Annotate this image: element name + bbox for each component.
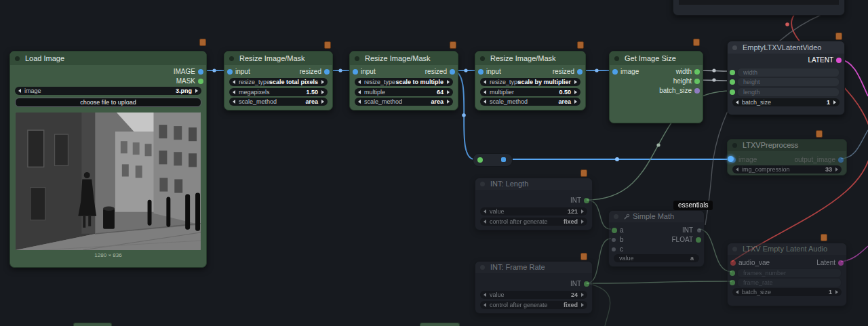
slot-dot-output-image[interactable] (838, 157, 844, 163)
node-reroute[interactable] (473, 153, 513, 167)
highlighted-input-dot[interactable] (728, 156, 734, 162)
megapixels-widget[interactable]: megapixels 1.50 (229, 88, 328, 96)
decrement-arrow-icon[interactable] (18, 89, 21, 93)
slot-dot-batch-size[interactable] (694, 88, 700, 94)
slot-dot-int[interactable] (584, 198, 589, 203)
slot-dot-c[interactable] (612, 247, 616, 251)
multiple-widget[interactable]: multiple 64 (355, 88, 453, 96)
slot-dot-frame-rate[interactable] (730, 280, 735, 285)
slot-dot-resized[interactable] (577, 69, 583, 75)
output-slot-int[interactable]: INT (475, 196, 592, 205)
output-slot-int[interactable]: INT (475, 279, 592, 288)
slot-dot-height[interactable] (694, 79, 700, 84)
output-slot-mask[interactable]: MASK (10, 77, 206, 85)
frame-rate-input-widget[interactable]: frame_rate (737, 278, 842, 287)
collapse-icon[interactable] (355, 56, 359, 61)
slot-dot-latent[interactable] (838, 260, 844, 266)
slot-dot-mask[interactable] (198, 79, 203, 84)
image-combo-widget[interactable]: image 3.png (15, 87, 201, 95)
output-slot-batch-size[interactable]: batch_size (610, 86, 703, 95)
node-resize-image-mask-3[interactable]: Resize Image/Mask input resized resize_t… (475, 51, 586, 110)
increment-arrow-icon[interactable] (581, 303, 584, 307)
node-title[interactable]: Simple Math (609, 211, 704, 222)
increment-arrow-icon[interactable] (581, 220, 584, 224)
value-widget[interactable]: value 24 (480, 291, 587, 299)
node-title[interactable]: Resize Image/Mask (350, 52, 458, 65)
collapse-icon[interactable] (480, 182, 485, 186)
upload-button[interactable]: choose file to upload (15, 98, 201, 107)
node-title[interactable]: LTXVPreprocess (728, 140, 846, 151)
collapse-icon[interactable] (614, 214, 618, 219)
increment-arrow-icon[interactable] (835, 290, 838, 294)
output-slot-output-image[interactable]: output_image (728, 155, 846, 164)
node-get-image-size[interactable]: Get Image Size image width height batch_… (609, 51, 703, 123)
control-after-generate-widget[interactable]: control after generate fixed (480, 218, 587, 226)
increment-arrow-icon[interactable] (574, 100, 577, 104)
node-title[interactable]: LTXV Empty Latent Audio (728, 243, 846, 255)
node-simple-math[interactable]: Simple Math a b c INT FLOAT value a (608, 210, 705, 267)
node-title[interactable]: INT: Frame Rate (475, 262, 592, 273)
decrement-arrow-icon[interactable] (484, 209, 486, 213)
slot-dot-frames-number[interactable] (730, 270, 735, 276)
node-title[interactable]: Load Image (10, 52, 206, 65)
node-title[interactable]: Get Image Size (610, 52, 703, 65)
collapse-icon[interactable] (480, 265, 485, 270)
decrement-arrow-icon[interactable] (233, 100, 235, 104)
slot-dot-int[interactable] (697, 228, 701, 232)
decrement-arrow-icon[interactable] (484, 303, 486, 307)
collapse-icon[interactable] (732, 247, 737, 251)
control-after-generate-widget[interactable]: control after generate fixed (480, 301, 587, 309)
reroute-output-dot[interactable] (501, 157, 506, 162)
output-slot-int[interactable]: INT (609, 226, 704, 235)
increment-arrow-icon[interactable] (581, 293, 584, 297)
scale-method-widget[interactable]: scale_method area (229, 98, 328, 106)
width-input-widget[interactable]: width (737, 68, 840, 77)
output-slot[interactable]: resized (350, 67, 458, 76)
output-slot-latent[interactable]: LATENT (728, 56, 844, 64)
collapse-icon[interactable] (15, 56, 20, 61)
decrement-arrow-icon[interactable] (484, 220, 486, 224)
decrement-arrow-icon[interactable] (736, 167, 738, 171)
increment-arrow-icon[interactable] (835, 167, 838, 171)
increment-arrow-icon[interactable] (321, 80, 324, 84)
decrement-arrow-icon[interactable] (358, 80, 361, 84)
slot-dot-width[interactable] (730, 70, 735, 75)
output-slot-height[interactable]: height (610, 77, 703, 85)
value-widget[interactable]: value a (614, 254, 699, 262)
collapse-icon[interactable] (732, 143, 737, 148)
node-ltxv-preprocess[interactable]: LTXVPreprocess image output_image img_co… (727, 139, 847, 176)
increment-arrow-icon[interactable] (321, 90, 324, 94)
slot-dot-width[interactable] (694, 69, 700, 75)
decrement-arrow-icon[interactable] (484, 80, 486, 84)
decrement-arrow-icon[interactable] (736, 290, 738, 294)
slot-dot-int[interactable] (584, 281, 589, 287)
increment-arrow-icon[interactable] (581, 209, 584, 213)
slot-dot-resized[interactable] (450, 69, 455, 75)
slot-dot-image[interactable] (198, 69, 203, 75)
decrement-arrow-icon[interactable] (484, 293, 486, 297)
batch-size-widget[interactable]: batch_size 1 (732, 288, 842, 296)
resize-type-widget[interactable]: resize_type scale to multiple (355, 78, 453, 86)
value-widget[interactable]: value 121 (480, 207, 587, 216)
node-ltxv-empty-latent-audio[interactable]: LTXV Empty Latent Audio audio_vae Latent… (727, 243, 847, 306)
increment-arrow-icon[interactable] (447, 100, 450, 104)
slot-dot-height[interactable] (730, 79, 735, 85)
frames-number-input-widget[interactable]: frames_number (737, 268, 842, 278)
output-slot-float[interactable]: FLOAT (609, 235, 704, 244)
node-empty-ltxv-latent-video[interactable]: EmptyLTXVLatentVideo LATENT width height… (727, 41, 845, 115)
decrement-arrow-icon[interactable] (736, 100, 738, 104)
slot-dot-latent[interactable] (836, 58, 842, 63)
node-title[interactable]: INT: Length (475, 178, 592, 190)
output-slot[interactable]: resized (475, 67, 585, 76)
increment-arrow-icon[interactable] (447, 90, 450, 94)
slot-dot-length[interactable] (730, 89, 735, 95)
decrement-arrow-icon[interactable] (484, 90, 486, 94)
length-input-widget[interactable]: length (737, 87, 840, 97)
slot-dot-resized[interactable] (324, 69, 330, 75)
batch-size-widget[interactable]: batch_size 1 (732, 98, 840, 106)
scale-method-widget[interactable]: scale_method area (355, 98, 453, 106)
node-int-length[interactable]: INT: Length INT value 121 control after … (475, 178, 593, 230)
output-slot-image[interactable]: IMAGE (10, 67, 206, 76)
input-slot-c[interactable]: c (609, 245, 704, 253)
increment-arrow-icon[interactable] (321, 100, 324, 104)
